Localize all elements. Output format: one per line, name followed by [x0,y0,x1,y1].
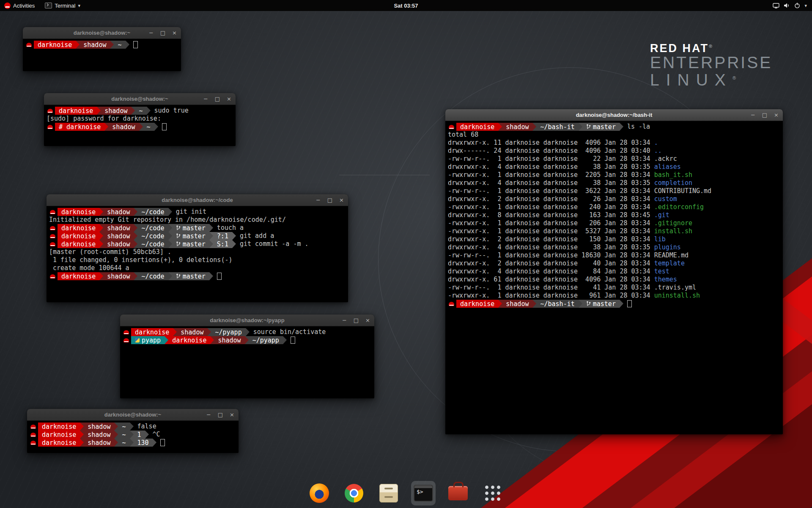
close-button[interactable]: × [338,197,345,203]
terminal-body[interactable]: darknoiseshadow~/code git initInitialize… [47,206,348,282]
show-applications-icon[interactable] [480,481,505,505]
maximize-button[interactable]: □ [353,318,359,323]
file-name: .git [654,211,669,219]
powerline-arrow-icon [209,272,213,280]
prompt-segment-user: darknoise [131,328,173,336]
chrome-icon[interactable] [342,481,366,505]
close-button[interactable]: × [365,318,371,323]
close-button[interactable]: × [226,96,232,102]
terminal-text: -rw-rw-r--. 1 darknoise darknoise 41 Jan… [448,284,654,292]
minimize-button[interactable]: − [148,30,154,36]
terminal-line: [master (root-commit) 50bcb63] . [49,248,346,256]
powerline-arrow-icon [168,224,172,232]
file-name: completion [654,179,692,187]
firefox-icon[interactable] [307,481,332,505]
terminal-text: drwxrwxr-x. 4 darknoise darknoise 84 Jan… [448,268,654,276]
powerline-arrow-icon [246,328,250,336]
redhat-prompt-icon [50,210,55,214]
git-branch-icon [176,273,181,279]
terminal-line: [sudo] password for darknoise: [47,115,233,123]
prompt-segment-path: ~/bash-it [536,300,578,308]
titlebar[interactable]: darknoise@shadow:~ − □ × [27,409,239,421]
terminal-cursor [627,300,632,307]
terminal-text: git commit -a -m . [236,240,309,248]
terminal-text: [master (root-commit) 50bcb63] . [49,248,171,256]
powerline-arrow-icon [232,232,236,240]
terminal-line: drwx------. 24 darknoise darknoise 4096 … [448,147,780,155]
terminal-line: darknoiseshadow~ [25,41,178,49]
close-button[interactable]: × [171,30,178,36]
terminal-line: drwxrwxr-x. 2 darknoise darknoise 150 Ja… [448,235,780,243]
powerline-arrow-icon [134,208,137,216]
git-branch-icon [176,241,181,247]
terminal-text: -rw-rw-r--. 1 darknoise darknoise 22 Jan… [448,155,654,163]
powerline-arrow-icon [620,123,623,131]
powerline-arrow-icon [173,328,177,336]
powerline-arrow-icon [145,431,149,439]
prompt-segment-path: ~/bash-it [536,123,578,131]
maximize-button[interactable]: □ [217,412,224,417]
chrome-logo [345,484,363,502]
maximize-button[interactable]: □ [761,112,768,118]
power-icon [794,3,800,8]
terminal-text: touch a [213,224,244,232]
titlebar[interactable]: darknoise@shadow:~/code − □ × [47,194,348,206]
terminal-cursor [217,273,222,280]
titlebar[interactable]: darknoise@shadow:~/pyapp − □ × [120,315,374,326]
prompt-segment-path: ~ [143,123,154,131]
powerline-arrow-icon [147,107,151,115]
clock[interactable]: Sat 03:57 [394,3,418,9]
terminal-line: -rwxrwxr-x. 1 darknoise darknoise 5327 J… [448,227,780,235]
terminal-line: darknoiseshadow~/bash-itmaster [448,300,780,308]
activities-button[interactable]: Activities [0,0,39,11]
files-icon[interactable] [376,481,401,505]
terminal-line: -rw-rw-r--. 1 darknoise darknoise 22 Jan… [448,155,780,163]
terminal-line: -rwxrwxr-x. 1 darknoise darknoise 2205 J… [448,171,780,179]
terminal-text: -rwxrwxr-x. 1 darknoise darknoise 206 Ja… [448,219,654,227]
prompt-segment-path: ~/code [137,208,168,216]
close-button[interactable]: × [229,412,235,417]
app-menu-terminal[interactable]: Terminal ▾ [41,0,85,11]
maximize-button[interactable]: □ [159,30,166,36]
file-name: plugins [654,243,681,251]
minimize-button[interactable]: − [315,197,321,203]
powerline-arrow-icon [130,439,134,447]
close-button[interactable]: × [773,112,779,118]
software-toolbox-icon[interactable] [446,481,470,505]
terminal-text: .ackrc [654,155,677,163]
terminal-window-code: darknoise@shadow:~/code − □ × darknoises… [47,194,348,302]
terminal-body[interactable]: darknoiseshadow~ falsedarknoiseshadow~1 … [27,421,239,448]
powerline-arrow-icon [114,422,118,431]
maximize-button[interactable]: □ [214,96,221,102]
terminal-body[interactable]: darknoiseshadow~/pyapp source bin/activa… [120,326,374,346]
terminal-body[interactable]: darknoiseshadow~/bash-itmaster ls -latot… [445,121,783,309]
powerline-arrow-icon [498,123,502,131]
terminal-body[interactable]: darknoiseshadow~ [23,39,181,50]
redhat-prompt-icon [123,338,129,342]
powerline-arrow-icon [99,240,103,248]
terminal-body[interactable]: darknoiseshadow~ sudo true[sudo] passwor… [44,105,236,133]
top-bar: Activities Terminal ▾ Sat 03:57 ▾ [0,0,812,11]
terminal-icon[interactable]: $> [411,481,436,505]
terminal-line: drwxrwxr-x. 8 darknoise darknoise 163 Ja… [448,211,780,219]
maximize-button[interactable]: □ [326,197,333,203]
terminal-text: git init [172,208,206,216]
redhat-prompt-icon [26,43,32,47]
prompt-segment-user: darknoise [58,240,99,248]
minimize-button[interactable]: − [341,318,348,323]
prompt-segment-host: shadow [101,107,131,115]
powerline-arrow-icon [154,123,158,131]
system-status-area[interactable]: ▾ [770,0,809,11]
file-name: test [654,268,669,276]
powerline-arrow-icon [99,232,103,240]
titlebar[interactable]: darknoise@shadow:~ − □ × [23,27,181,39]
minimize-button[interactable]: − [750,112,756,118]
powerline-arrow-icon [80,439,84,447]
prompt-segment-host: shadow [103,272,134,280]
terminal-window-pyapp: darknoise@shadow:~/pyapp − □ × darknoise… [120,315,374,398]
terminal-line: 1 file changed, 0 insertions(+), 0 delet… [49,256,346,264]
titlebar[interactable]: darknoise@shadow:~ − □ × [44,93,236,105]
titlebar[interactable]: darknoise@shadow:~/bash-it − □ × [445,109,783,121]
minimize-button[interactable]: − [206,412,212,417]
minimize-button[interactable]: − [203,96,209,102]
